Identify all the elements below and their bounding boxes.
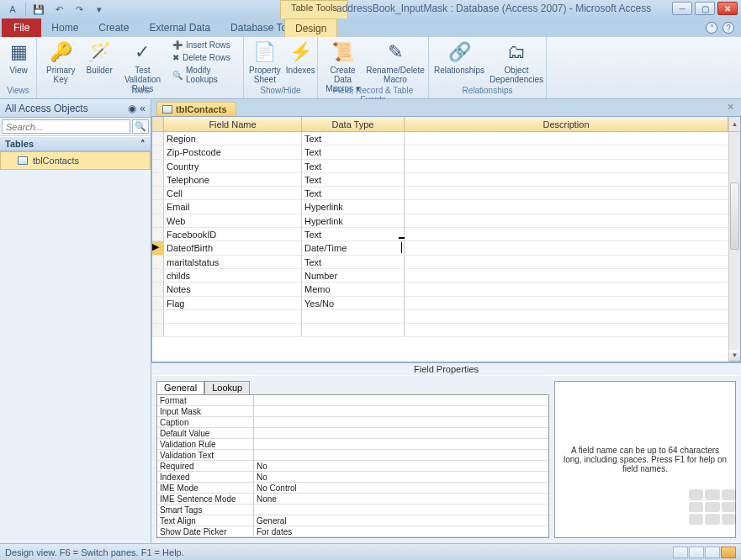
col-description[interactable]: Description [405, 117, 728, 131]
document-tab[interactable]: tblContacts [156, 102, 236, 116]
cell-field-name[interactable]: maritalstatus [164, 256, 302, 269]
property-value[interactable]: General [254, 515, 548, 526]
property-value[interactable]: None [254, 494, 548, 504]
builder-button[interactable]: 🪄Builder [84, 39, 114, 75]
table-row[interactable]: ▶DateofBirthDate/Time [152, 241, 740, 255]
property-row[interactable]: RequiredNo [157, 461, 548, 472]
table-row[interactable]: maritalstatusText [152, 256, 740, 269]
table-row[interactable]: NotesMemo [152, 283, 740, 296]
search-input[interactable] [2, 119, 130, 134]
cell-field-name[interactable]: FacebookID [164, 228, 302, 241]
grid-body[interactable]: RegionTextZip-PostcodeTextCountryTextTel… [152, 132, 740, 362]
property-row[interactable]: IME ModeNo Control [157, 483, 548, 494]
cell-description[interactable] [405, 269, 740, 283]
cell-data-type[interactable]: Text [302, 256, 405, 269]
table-row[interactable]: FacebookIDText [152, 228, 740, 241]
property-value[interactable] [254, 439, 548, 449]
row-selector[interactable] [152, 324, 164, 337]
row-selector[interactable] [152, 310, 164, 324]
property-row[interactable]: Caption [157, 417, 548, 428]
property-value[interactable] [254, 395, 548, 405]
view-design-button[interactable] [721, 547, 736, 558]
property-value[interactable]: No Control [254, 483, 548, 493]
cell-description[interactable] [405, 228, 740, 241]
property-value[interactable]: No [254, 461, 548, 471]
row-selector[interactable] [152, 283, 164, 296]
row-selector[interactable] [152, 200, 164, 214]
cell-data-type[interactable]: Hyperlink [302, 200, 405, 214]
property-value[interactable] [254, 450, 548, 460]
delete-rows-button[interactable]: ✖Delete Rows [171, 52, 238, 63]
cell-data-type[interactable]: Text [302, 132, 405, 145]
nav-filter-icon[interactable]: ◉ [128, 103, 136, 114]
cell-data-type[interactable]: Text [302, 187, 405, 200]
cell-description[interactable] [405, 187, 740, 200]
table-row[interactable]: TelephoneText [152, 173, 740, 187]
redo-icon[interactable]: ↷ [70, 2, 88, 17]
property-value[interactable] [254, 417, 548, 427]
primary-key-button[interactable]: 🔑PrimaryKey [42, 39, 79, 84]
help-icon[interactable]: ? [722, 22, 734, 34]
table-row[interactable]: CellText [152, 187, 740, 200]
property-value[interactable] [254, 428, 548, 438]
tab-create[interactable]: Create [88, 18, 139, 37]
property-row[interactable]: Smart Tags [157, 505, 548, 515]
property-value[interactable]: No [254, 472, 548, 482]
cell-field-name[interactable]: Web [164, 214, 302, 228]
document-close-icon[interactable]: ✕ [724, 102, 736, 114]
cell-description[interactable] [405, 241, 740, 255]
relationships-button[interactable]: 🔗Relationships [434, 39, 484, 75]
view-pivot-button[interactable] [689, 547, 704, 558]
rename-delete-macro-button[interactable]: ✎Rename/DeleteMacro [368, 39, 423, 84]
undo-icon[interactable]: ↶ [50, 2, 68, 17]
cell-field-name[interactable]: Country [164, 160, 302, 173]
cell-data-type[interactable]: Number [302, 269, 405, 283]
ribbon-minimize-icon[interactable]: ˄ [706, 22, 717, 34]
cell-field-name[interactable]: DateofBirth [164, 241, 302, 255]
row-selector[interactable]: ▶ [152, 241, 164, 255]
row-selector[interactable] [152, 173, 164, 187]
modify-lookups-button[interactable]: 🔍Modify Lookups [171, 65, 238, 85]
scroll-up-icon[interactable]: ▲ [728, 117, 740, 131]
view-datasheet-button[interactable] [673, 547, 688, 558]
cell-data-type[interactable]: Hyperlink [302, 214, 405, 228]
col-field-name[interactable]: Field Name [164, 117, 302, 131]
scrollbar-thumb[interactable] [730, 182, 739, 250]
table-row[interactable]: CountryText [152, 160, 740, 173]
access-app-icon[interactable]: A [3, 2, 22, 17]
cell-field-name[interactable]: Region [164, 132, 302, 145]
object-dependencies-button[interactable]: 🗂ObjectDependencies [490, 39, 543, 84]
cell-description[interactable] [405, 214, 740, 228]
row-selector[interactable] [152, 214, 164, 228]
cell-data-type[interactable]: Date/Time [302, 241, 405, 255]
property-value[interactable] [254, 406, 548, 416]
cell-data-type[interactable]: Text [302, 228, 405, 241]
property-row[interactable]: Show Date PickerFor dates [157, 526, 548, 537]
row-selector[interactable] [152, 145, 164, 159]
nav-header[interactable]: All Access Objects ◉ « [0, 99, 151, 118]
cell-description[interactable] [405, 283, 740, 296]
tab-lookup[interactable]: Lookup [204, 381, 250, 394]
view-chart-button[interactable] [705, 547, 720, 558]
property-sheet-button[interactable]: 📄PropertySheet [249, 39, 281, 84]
row-selector[interactable] [152, 228, 164, 241]
col-data-type[interactable]: Data Type [302, 117, 405, 131]
field-properties-grid[interactable]: FormatInput MaskCaptionDefault ValueVali… [156, 394, 549, 538]
cell-field-name[interactable]: Flag [164, 297, 302, 310]
minimize-button[interactable]: ─ [672, 2, 692, 15]
table-row[interactable]: FlagYes/No [152, 297, 740, 310]
cell-description[interactable] [405, 132, 740, 145]
nav-item-tblcontacts[interactable]: tblContacts [0, 151, 151, 170]
property-value[interactable] [254, 505, 548, 515]
file-tab[interactable]: File [2, 18, 41, 37]
table-row[interactable]: childsNumber [152, 269, 740, 283]
cell-field-name[interactable]: Notes [164, 283, 302, 296]
cell-field-name[interactable]: Email [164, 200, 302, 214]
cell-description[interactable] [405, 173, 740, 187]
cell-field-name[interactable]: Zip-Postcode [164, 145, 302, 159]
property-row[interactable]: Validation Text [157, 450, 548, 461]
row-selector[interactable] [152, 269, 164, 283]
cell-description[interactable] [405, 145, 740, 159]
property-row[interactable]: Validation Rule [157, 439, 548, 450]
tab-external-data[interactable]: External Data [139, 18, 220, 37]
